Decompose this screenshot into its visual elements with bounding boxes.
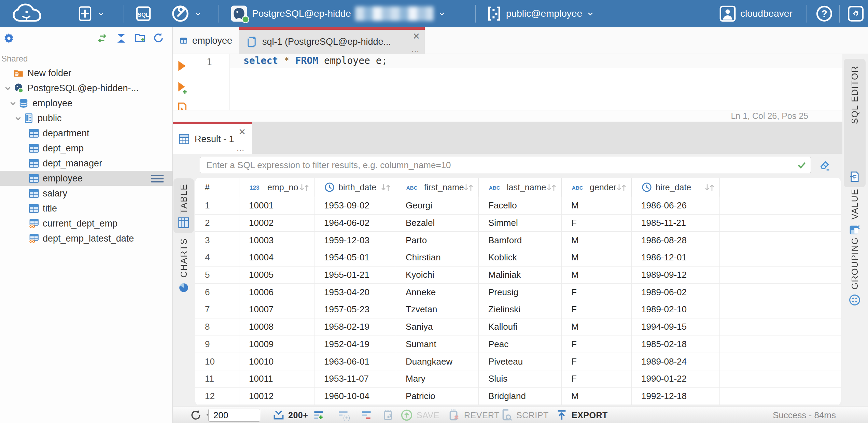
data-cell[interactable]: 1989-06-02	[632, 284, 720, 301]
tab-menu-icon[interactable]: …	[411, 45, 419, 53]
data-cell[interactable]: M	[562, 318, 632, 336]
data-cell[interactable]: 1994-09-15	[632, 318, 720, 336]
data-cell[interactable]: 10006	[239, 284, 314, 301]
tab-grouping-panel[interactable]: GROUPING	[844, 237, 866, 306]
data-cell[interactable]: 1957-05-23	[314, 301, 396, 318]
data-cell[interactable]: F	[562, 215, 632, 232]
data-cell[interactable]: 10008	[239, 318, 314, 336]
sort-arrows-icon[interactable]	[298, 183, 310, 192]
script-button[interactable]: SCRIPT	[500, 407, 549, 423]
column-header-rownum[interactable]: #	[195, 178, 239, 197]
row-number-cell[interactable]: 12	[195, 388, 239, 405]
row-limit-input[interactable]	[208, 409, 260, 422]
data-cell[interactable]: F	[562, 353, 632, 370]
cloudbeaver-logo-icon[interactable]	[9, 0, 50, 27]
row-number-cell[interactable]: 10	[195, 353, 239, 370]
data-cell[interactable]: 1954-05-01	[314, 249, 396, 266]
tab-employee[interactable]: employee	[173, 27, 239, 54]
sync-connection-icon[interactable]	[96, 33, 108, 44]
data-cell[interactable]: M	[562, 197, 632, 214]
data-cell[interactable]: Sluis	[479, 370, 562, 387]
new-connection-button[interactable]	[77, 0, 105, 27]
tab-value-panel[interactable]: VALUE	[844, 189, 866, 236]
sort-arrows-icon[interactable]	[380, 183, 392, 192]
sql-editor[interactable]: 1 select * FROM employee e;	[173, 54, 842, 110]
help-button[interactable]: ?	[815, 0, 833, 27]
tree-item-postgresql-ep-hidden-[interactable]: PostgreSQL@ep-hidden-...	[0, 81, 172, 96]
tree-item-title[interactable]: title	[0, 201, 172, 216]
data-cell[interactable]: 1992-12-18	[632, 388, 720, 405]
sort-arrows-icon[interactable]	[704, 183, 715, 192]
data-cell[interactable]: F	[562, 336, 632, 353]
data-cell[interactable]: 1953-11-07	[314, 370, 396, 387]
sort-arrows-icon[interactable]	[616, 183, 627, 192]
data-cell[interactable]: Kyoichi	[396, 267, 479, 284]
close-icon[interactable]: ✕	[238, 127, 246, 136]
tab-presentation-table[interactable]: TABLE	[173, 178, 194, 233]
row-number-cell[interactable]: 8	[195, 318, 239, 336]
data-cell[interactable]: 1985-11-21	[632, 215, 720, 232]
data-cell[interactable]: 1986-08-28	[632, 232, 720, 249]
column-header-first_name[interactable]: ABCfirst_name	[396, 178, 479, 197]
data-cell[interactable]: 10009	[239, 336, 314, 353]
data-cell[interactable]: 1990-01-22	[632, 370, 720, 387]
data-cell[interactable]: Preusig	[479, 284, 562, 301]
export-button[interactable]: EXPORT	[555, 407, 608, 423]
tree-item-public[interactable]: public	[0, 111, 172, 126]
data-cell[interactable]: 1953-04-20	[314, 284, 396, 301]
table-row[interactable]: 7100071957-05-23TzvetanZielinskiF1989-02…	[195, 301, 841, 318]
data-cell[interactable]: 1989-02-10	[632, 301, 720, 318]
row-number-cell[interactable]: 7	[195, 301, 239, 318]
fetch-more-button[interactable]: 200+	[272, 407, 308, 423]
data-cell[interactable]: Zielinski	[479, 301, 562, 318]
data-cell[interactable]: Bridgland	[479, 388, 562, 405]
tab-presentation-charts[interactable]: CHARTS	[173, 238, 194, 293]
data-cell[interactable]: Kalloufi	[479, 318, 562, 336]
tree-item-salary[interactable]: salary	[0, 186, 172, 201]
data-cell[interactable]: F	[562, 301, 632, 318]
data-cell[interactable]: Peac	[479, 336, 562, 353]
row-number-cell[interactable]: 4	[195, 249, 239, 266]
sort-arrows-icon[interactable]	[463, 183, 474, 192]
code-area[interactable]: select * FROM employee e;	[230, 54, 842, 110]
tab-result-1[interactable]: Result - 1 ✕ …	[173, 122, 252, 154]
sidebar-settings-gear-icon[interactable]	[3, 32, 15, 44]
data-cell[interactable]: M	[562, 249, 632, 266]
row-number-cell[interactable]: 1	[195, 197, 239, 214]
tree-item-dept-emp-latest-date[interactable]: dept_emp_latest_date	[0, 231, 172, 246]
table-row[interactable]: 1100011953-09-02GeorgiFacelloM1986-06-26	[195, 197, 841, 215]
data-cell[interactable]: 1964-06-02	[314, 215, 396, 232]
data-cell[interactable]: 1989-08-24	[632, 353, 720, 370]
filter-input[interactable]	[200, 160, 793, 170]
user-menu[interactable]: cloudbeaver	[719, 0, 793, 27]
clear-filter-eraser-icon[interactable]	[818, 159, 831, 172]
execute-query-icon[interactable]	[177, 60, 187, 72]
sql-editor-button[interactable]: SQL	[135, 0, 152, 27]
data-cell[interactable]: M	[562, 388, 632, 405]
column-header-last_name[interactable]: ABClast_name	[479, 178, 562, 197]
tab-sql-editor-panel[interactable]: SQL EDITOR	[844, 59, 866, 187]
new-folder-icon[interactable]	[134, 32, 146, 44]
tab-sql-1[interactable]: sql-1 (PostgreSQL@ep-hidde... ✕ …	[239, 27, 425, 54]
data-cell[interactable]: Chirstian	[396, 249, 479, 266]
data-cell[interactable]: Sumant	[396, 336, 479, 353]
tree-item-department[interactable]: department	[0, 126, 172, 141]
column-header-hire_date[interactable]: hire_date	[632, 178, 720, 197]
data-cell[interactable]: 1959-12-03	[314, 232, 396, 249]
data-cell[interactable]: 1952-04-19	[314, 336, 396, 353]
data-cell[interactable]: 1953-09-02	[314, 197, 396, 214]
table-row[interactable]: 12100121960-10-04PatricioBridglandM1992-…	[195, 388, 841, 405]
column-header-emp_no[interactable]: 123emp_no	[239, 178, 314, 197]
table-row[interactable]: 6100061953-04-20AnnekePreusigF1989-06-02	[195, 284, 841, 301]
data-cell[interactable]: M	[562, 232, 632, 249]
data-cell[interactable]: F	[562, 284, 632, 301]
table-row[interactable]: 8100081958-02-19SaniyaKalloufiM1994-09-1…	[195, 318, 841, 336]
table-row[interactable]: 11100111953-11-07MarySluisF1990-01-22	[195, 370, 841, 388]
table-row[interactable]: 9100091952-04-19SumantPeacF1985-02-18	[195, 336, 841, 353]
data-cell[interactable]: M	[562, 267, 632, 284]
schema-selector[interactable]: public@employee	[486, 0, 594, 27]
tools-button[interactable]	[171, 0, 202, 27]
data-cell[interactable]: Piveteau	[479, 353, 562, 370]
data-cell[interactable]: 10010	[239, 353, 314, 370]
data-cell[interactable]: Duangkaew	[396, 353, 479, 370]
